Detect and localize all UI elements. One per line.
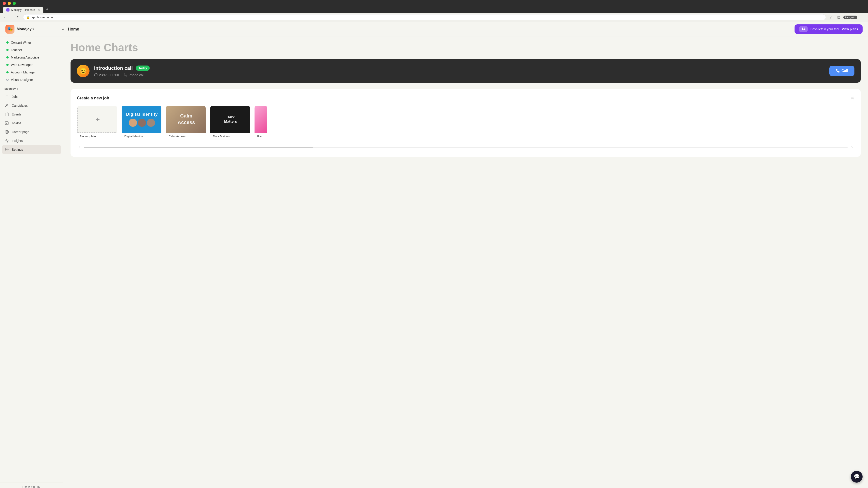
back-button[interactable]: ‹	[3, 15, 6, 20]
nav-item-label: Candidates	[12, 104, 28, 107]
active-dot-icon	[6, 71, 8, 73]
scroll-right-button[interactable]: ›	[849, 144, 855, 151]
sidebar-footer: HOMERUN	[0, 483, 63, 488]
homerun-logo: HOMERUN	[3, 486, 60, 488]
sidebar-item-visual-designer[interactable]: Visual Designer	[2, 76, 61, 84]
job-label: Visual Designer	[11, 78, 33, 82]
candidates-icon	[4, 103, 9, 108]
clock-icon	[94, 73, 98, 76]
face-icon	[147, 119, 155, 127]
events-icon	[4, 112, 9, 117]
window-minimize-button[interactable]	[8, 2, 11, 5]
call-title-row: Introduction call Today	[94, 65, 825, 71]
sidebar-item-settings[interactable]: Settings	[2, 145, 61, 154]
company-name[interactable]: Moodjoy ▾	[17, 27, 34, 31]
face-icon	[129, 119, 137, 127]
today-badge: Today	[136, 66, 150, 71]
nav-item-label: Events	[12, 112, 22, 116]
window-maximize-button[interactable]	[13, 2, 16, 5]
template-calm-image: Calm Access	[166, 106, 206, 133]
sidebar-item-candidates[interactable]: Candidates	[2, 101, 61, 110]
job-label: Teacher	[11, 48, 22, 52]
sidebar-item-career-page[interactable]: Career page	[2, 128, 61, 136]
template-dark-matters[interactable]: Dark Matters Dark Matters	[210, 105, 250, 140]
scroll-left-button[interactable]: ‹	[77, 144, 82, 151]
sidebar-item-insights[interactable]: Insights	[2, 136, 61, 145]
call-button-icon	[836, 69, 840, 73]
template-race[interactable]: Rac...	[254, 105, 268, 140]
job-label: Web Developer	[11, 63, 33, 67]
insights-icon	[4, 138, 9, 143]
incognito-badge: Incognito	[843, 15, 857, 19]
active-dot-icon	[6, 56, 8, 59]
sidebar-collapse-button[interactable]: «	[62, 27, 64, 31]
tab-close-button[interactable]: ✕	[38, 8, 40, 11]
company-avatar: 🎭	[5, 25, 14, 34]
tab-favicon	[6, 8, 9, 11]
bookmark-button[interactable]: ☆	[828, 15, 834, 20]
nav-item-label: Jobs	[12, 95, 19, 98]
template-no-template[interactable]: + No template	[77, 105, 118, 140]
call-title: Introduction call	[94, 65, 133, 71]
sidebar-scroll: Content Writer Teacher Marketing Associa…	[0, 37, 63, 483]
sidebar-item-web-developer[interactable]: Web Developer	[2, 61, 61, 68]
section-chevron-icon[interactable]: ▾	[17, 88, 18, 90]
window-close-button[interactable]	[3, 2, 6, 5]
sidebar-item-content-writer[interactable]: Content Writer	[2, 39, 61, 46]
face-icon	[138, 119, 146, 127]
active-dot-icon	[6, 49, 8, 51]
todos-icon	[4, 121, 9, 125]
profile-button[interactable]: ⊡	[836, 15, 842, 20]
sidebar-item-jobs[interactable]: ⊞ Jobs	[2, 92, 61, 101]
sidebar-item-teacher[interactable]: Teacher	[2, 46, 61, 54]
forward-button[interactable]: ›	[9, 15, 13, 20]
nav-item-label: Settings	[12, 148, 23, 151]
sidebar: Content Writer Teacher Marketing Associa…	[0, 37, 63, 488]
trial-text: Days left in your trial	[810, 27, 839, 31]
template-digital-identity[interactable]: Digital Identity Digital Identity	[121, 105, 162, 140]
svg-point-0	[6, 104, 7, 105]
svg-rect-1	[5, 113, 8, 116]
template-digital-label: Digital Identity	[122, 133, 161, 140]
intro-call-card: 😊 Introduction call Today 23:45 - 00:	[70, 59, 861, 83]
svg-point-4	[6, 149, 7, 150]
template-calm-access[interactable]: Calm Access Calm Access	[165, 105, 206, 140]
create-job-close-button[interactable]: ✕	[850, 95, 855, 101]
template-calm-label: Calm Access	[166, 133, 206, 140]
page-title: Home	[68, 27, 791, 32]
reload-button[interactable]: ↻	[15, 15, 21, 20]
job-label: Account Manager	[11, 70, 36, 74]
template-dark-label: Dark Matters	[210, 133, 250, 140]
nav-section-label: Moodjoy ▾	[2, 86, 61, 92]
call-button[interactable]: Call	[829, 66, 855, 76]
tab-title: Moodjoy · Homerun	[11, 8, 35, 11]
nav-item-label: Career page	[12, 130, 29, 134]
address-bar: ‹ › ↻ 🔒 app.homerun.co ☆ ⊡ Incognito ⋮	[0, 13, 868, 22]
chat-button[interactable]: 💬	[851, 471, 863, 483]
main-content: Home Charts 😊 Introduction call Today	[63, 37, 868, 488]
sidebar-item-todos[interactable]: To-dos	[2, 119, 61, 127]
call-time: 23:45 - 00:00	[94, 73, 119, 77]
job-label: Content Writer	[11, 41, 31, 44]
new-tab-button[interactable]: +	[44, 6, 51, 13]
section-title-scrolled: Home Charts	[70, 41, 861, 54]
template-race-label: Rac...	[254, 133, 267, 140]
create-job-title: Create a new job	[77, 96, 109, 101]
app: 🎭 Moodjoy ▾ « Home 14 Days left in your …	[0, 22, 868, 488]
phone-icon	[123, 73, 127, 76]
sidebar-item-account-manager[interactable]: Account Manager	[2, 69, 61, 76]
menu-button[interactable]: ⋮	[859, 15, 865, 20]
call-details: 23:45 - 00:00 Phone call	[94, 73, 825, 77]
scroll-track	[84, 147, 848, 148]
view-plans-link[interactable]: View plans	[842, 27, 858, 31]
jobs-icon: ⊞	[4, 94, 9, 99]
scroll-thumb	[84, 147, 313, 148]
url-bar[interactable]: 🔒 app.homerun.co	[23, 14, 826, 20]
template-faces	[129, 119, 155, 127]
settings-icon	[4, 147, 9, 152]
browser-actions: ☆ ⊡ Incognito ⋮	[828, 15, 865, 20]
sidebar-item-marketing-associate[interactable]: Marketing Associate	[2, 54, 61, 61]
browser-chrome: Moodjoy · Homerun ✕ +	[0, 0, 868, 13]
active-tab[interactable]: Moodjoy · Homerun ✕	[3, 7, 43, 13]
sidebar-item-events[interactable]: Events	[2, 110, 61, 119]
